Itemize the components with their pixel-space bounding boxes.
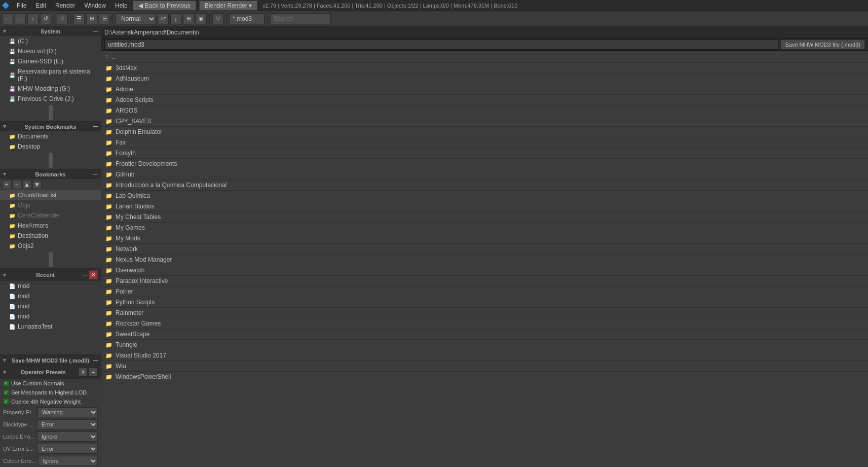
file-item-frontier[interactable]: 📁 Frontier Developments — [101, 159, 868, 169]
sidebar-item-destination[interactable]: 📁 Destination — [0, 231, 101, 241]
file-item-python[interactable]: 📁 Python Scripts — [101, 297, 868, 308]
prop-dropdown-uv[interactable]: Warning Error Ignore — [37, 444, 98, 454]
file-item-sweetscape[interactable]: 📁 SweetScape — [101, 329, 868, 340]
file-item-tunngle[interactable]: 📁 Tunngle — [101, 340, 868, 350]
sysbookmarks-scroll-handle[interactable] — [49, 153, 53, 168]
file-item-adobe-scripts[interactable]: 📁 Adobe Scripts — [101, 95, 868, 105]
view-grid-button[interactable]: ⊞ — [86, 13, 97, 24]
view-list-button[interactable]: ☰ — [73, 13, 85, 24]
file-item-network[interactable]: 📁 Network — [101, 244, 868, 255]
prop-dropdown-colour[interactable]: Warning Error Ignore — [38, 456, 98, 466]
render-engine-button[interactable]: Blender Render ▾ — [199, 1, 257, 11]
file-item-my-games[interactable]: 📁 My Games — [101, 223, 868, 233]
bookmarks-section-header[interactable]: Bookmarks — — [0, 169, 101, 179]
sidebar-item-g[interactable]: 💾 MHW Modding (G:) — [0, 84, 101, 94]
checkbox-negative-weight[interactable]: ✓ Coerce 4th Negative Weight — [0, 397, 101, 406]
file-item-paradox[interactable]: 📁 Paradox Interactive — [101, 276, 868, 286]
recent-item-lunastratest[interactable]: 📄 LunastraTest — [0, 321, 101, 332]
file-item-cheat-tables[interactable]: 📁 My Cheat Tables — [101, 212, 868, 223]
sort-dir-button[interactable]: ↕ — [170, 13, 181, 24]
file-item-argos[interactable]: 📁 ARGOS — [101, 105, 868, 116]
file-item-adnauseum[interactable]: 📁 AdNauseum — [101, 74, 868, 84]
sidebar-item-f[interactable]: 💾 Reservado para el sistema (F:) — [0, 66, 101, 84]
preset-add-button[interactable]: + — [79, 368, 88, 377]
menu-render[interactable]: Render — [51, 1, 79, 10]
file-item-my-mods[interactable]: 📁 My Mods — [101, 233, 868, 244]
system-bookmarks-header[interactable]: System Bookmarks — — [0, 122, 101, 131]
nav-up-button[interactable]: ↑ — [27, 13, 39, 24]
file-item-poirier[interactable]: 📁 Poirier — [101, 286, 868, 297]
sidebar-item-hexarmors[interactable]: 📁 HexArmors — [0, 221, 101, 231]
sidebar-item-desktop[interactable]: 📁 Desktop — [0, 141, 101, 152]
nav-back-button[interactable]: ← — [2, 13, 13, 24]
recent-section-header[interactable]: Recent — ✕ — [0, 269, 101, 281]
az-button[interactable]: AZ — [158, 13, 169, 24]
system-scroll-handle[interactable] — [49, 105, 53, 120]
back-to-prev-button[interactable]: ◀ Back to Previous — [133, 1, 196, 11]
bookmark-button[interactable]: ☆ — [57, 13, 68, 24]
recent-item-mod-2[interactable]: 📄 mod — [0, 291, 101, 301]
recent-item-mod-4[interactable]: 📄 mod — [0, 311, 101, 321]
bookmark-remove-button[interactable]: − — [12, 180, 21, 189]
view-small-button[interactable]: ⊟ — [99, 13, 110, 24]
file-item-vs2017[interactable]: 📁 Visual Studio 2017 — [101, 350, 868, 361]
hidden-files-button[interactable]: ◉ — [196, 13, 207, 24]
sort-dropdown[interactable]: Normal Extension Modified Date Size — [116, 13, 156, 24]
go-up-item[interactable]: ↑ .. — [101, 51, 868, 63]
checkbox-highest-lod[interactable]: ✓ Set Meshparts to Highest LOD — [0, 388, 101, 397]
file-item-wiu[interactable]: 📁 Wiu — [101, 361, 868, 372]
prop-dropdown-blocktype[interactable]: Warning Error Ignore — [37, 419, 98, 429]
search-input[interactable] — [270, 13, 331, 24]
bookmark-add-button[interactable]: + — [2, 180, 11, 189]
checkbox-custom-normals[interactable]: ✓ Use Custom Normals — [0, 379, 101, 388]
filter-button[interactable]: ⊞ — [183, 13, 194, 24]
file-item-overwatch[interactable]: 📁 Overwatch — [101, 265, 868, 276]
system-bookmarks-section: System Bookmarks — 📁 Documents 📁 Desktop — [0, 122, 101, 169]
save-section-header[interactable]: Save MHW MOD3 file (.mod3) — — [0, 355, 101, 365]
file-item-cpy-saves[interactable]: 📁 CPY_SAVES — [101, 116, 868, 127]
prop-dropdown-loops[interactable]: Warning Error Ignore — [37, 432, 98, 442]
menu-window[interactable]: Window — [80, 1, 110, 10]
system-section-header[interactable]: System — — [0, 26, 101, 36]
bookmark-move-up-button[interactable]: ▲ — [22, 180, 31, 189]
prop-dropdown-property-er[interactable]: Warning Error Ignore — [37, 407, 98, 417]
sidebar-item-c[interactable]: 💾 (C:) — [0, 36, 101, 46]
sidebar-item-ceracoilbender[interactable]: 📁 CeraCoilbender — [0, 210, 101, 221]
file-item-adobe[interactable]: 📁 Adobe — [101, 84, 868, 95]
operator-presets-header[interactable]: Operator Presets + − — [0, 366, 101, 379]
bookmark-move-down-button[interactable]: ▼ — [32, 180, 42, 189]
sidebar-item-e[interactable]: 💾 Games-SSD (E:) — [0, 56, 101, 66]
recent-item-mod-1[interactable]: 📄 mod — [0, 281, 101, 291]
file-item-forsyth[interactable]: 📁 Forsyth — [101, 148, 868, 159]
sidebar-item-chunkbowlist[interactable]: 📁 ChunkBowList — [0, 190, 101, 200]
sidebar-item-objs2[interactable]: 📁 Objs2 — [0, 241, 101, 251]
recent-item-mod-3[interactable]: 📄 mod — [0, 301, 101, 311]
file-item-lab-quimica[interactable]: 📁 Lab Química — [101, 191, 868, 201]
bookmarks-scroll-handle[interactable] — [49, 252, 53, 267]
file-item-github[interactable]: 📁 GitHub — [101, 169, 868, 180]
file-item-rockstar[interactable]: 📁 Rockstar Games — [101, 318, 868, 329]
filename-input[interactable] — [104, 40, 778, 50]
recent-clear-button[interactable]: ✕ — [89, 270, 98, 279]
sidebar-item-j[interactable]: 💾 Previous C Drive (J:) — [0, 94, 101, 104]
sidebar-item-documents[interactable]: 📁 Documents — [0, 131, 101, 141]
file-item-nexus[interactable]: 📁 Nexus Mod Manager — [101, 255, 868, 265]
menu-file[interactable]: File — [13, 1, 30, 10]
menu-edit[interactable]: Edit — [31, 1, 50, 10]
preset-remove-button[interactable]: − — [89, 368, 98, 377]
sidebar-item-d[interactable]: 💾 Nuevo vol (D:) — [0, 46, 101, 56]
reload-button[interactable]: ↺ — [40, 13, 51, 24]
file-item-larian[interactable]: 📁 Larian Studios — [101, 201, 868, 212]
menu-help[interactable]: Help — [111, 1, 132, 10]
filter-icon-button[interactable]: ▽ — [212, 13, 223, 24]
nav-forward-button[interactable]: → — [15, 13, 26, 24]
sidebar-item-objs[interactable]: 📁 Objs — [0, 200, 101, 210]
file-item-introduccion[interactable]: 📁 Introducción a la Química Computaciona… — [101, 180, 868, 191]
file-item-dolphin[interactable]: 📁 Dolphin Emulator — [101, 127, 868, 137]
file-item-3dsmax[interactable]: 📁 3dsMax — [101, 63, 868, 74]
file-item-rainmeter[interactable]: 📁 Rainmeter — [101, 308, 868, 318]
file-item-windowspowershell[interactable]: 📁 WindowsPowerShell — [101, 372, 868, 382]
file-item-fax[interactable]: 📁 Fax — [101, 137, 868, 148]
file-filter-input[interactable] — [229, 13, 265, 24]
save-button[interactable]: Save MHW MOD3 file (.mod3) — [780, 40, 865, 50]
